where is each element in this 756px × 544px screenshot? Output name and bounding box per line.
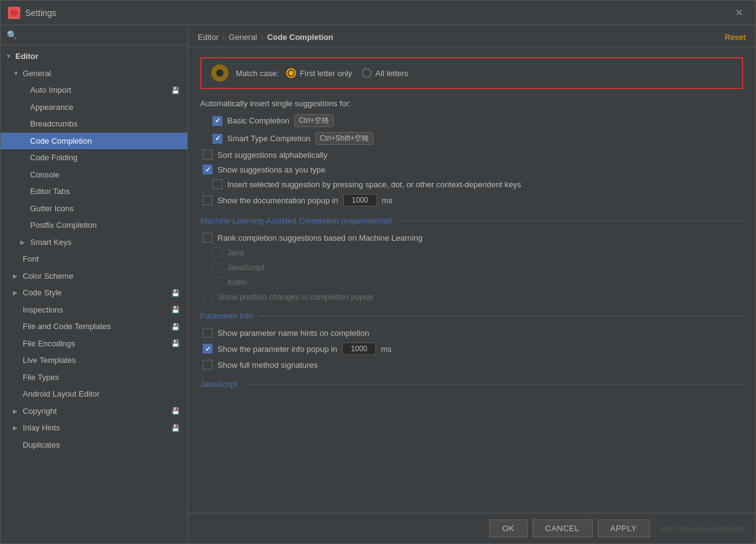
main-content: 🔍 ▼ Editor ▼ General Auto Import 💾 <box>1 25 755 543</box>
param-full-sig-checkbox[interactable] <box>203 360 212 370</box>
save-icon: 💾 <box>171 338 180 349</box>
sidebar-item-smart-keys[interactable]: ▶ Smart Keys <box>1 234 187 251</box>
ml-section-divider: Machine Learning-Assisted Completion (ex… <box>200 216 743 225</box>
param-popup-checkbox[interactable] <box>203 344 212 354</box>
toggle-inner <box>216 69 224 77</box>
radio-first-letter[interactable]: First letter only <box>286 68 352 78</box>
sidebar-item-console[interactable]: Console <box>1 166 187 184</box>
sidebar-item-color-scheme[interactable]: ▶ Color Scheme <box>1 268 187 285</box>
ok-button[interactable]: OK <box>489 519 528 537</box>
doc-popup-value-input[interactable] <box>343 194 377 206</box>
sidebar-item-font[interactable]: Font <box>1 251 187 268</box>
smart-type-checkbox[interactable] <box>212 134 222 144</box>
sidebar-item-duplicates[interactable]: Duplicates <box>1 437 187 454</box>
breadcrumb-sep2: › <box>261 33 263 42</box>
sidebar-item-appearance[interactable]: Appearance <box>1 99 187 116</box>
sidebar-item-editor-tabs[interactable]: Editor Tabs <box>1 183 187 200</box>
ml-java-checkbox[interactable] <box>212 247 222 257</box>
arrow-icon: ▶ <box>13 423 20 432</box>
sidebar-item-label: Editor Tabs <box>30 185 70 198</box>
js-section-divider: JavaScript <box>200 379 743 389</box>
ml-rank-checkbox[interactable] <box>203 233 212 243</box>
breadcrumb-sep1: › <box>222 33 225 42</box>
sidebar-item-label: Code Folding <box>30 152 77 164</box>
show-doc-popup-label: Show the documentation popup in <box>217 196 338 205</box>
sidebar-item-file-types[interactable]: File Types <box>1 369 187 386</box>
save-icon: 💾 <box>171 85 180 96</box>
ml-kotlin-checkbox[interactable] <box>212 277 222 287</box>
ml-position-row: Show position changes in completion popu… <box>200 292 743 301</box>
ml-java-row: Java <box>200 247 743 257</box>
sidebar-item-postfix-completion[interactable]: Postfix Completion <box>1 217 187 234</box>
radio-all-label: All letters <box>375 69 408 78</box>
sidebar-item-label: Live Templates <box>23 354 76 367</box>
ml-kotlin-label: Kotlin <box>227 278 247 287</box>
ml-section-label: Machine Learning-Assisted Completion (ex… <box>200 216 743 225</box>
sidebar-item-code-folding[interactable]: Code Folding <box>1 149 187 166</box>
param-full-sig-row: Show full method signatures <box>200 360 743 370</box>
doc-popup-unit: ms <box>382 196 392 205</box>
arrow-icon: ▼ <box>13 69 20 78</box>
sidebar-item-inspections[interactable]: Inspections 💾 <box>1 301 187 319</box>
breadcrumb-general: General <box>228 33 257 42</box>
basic-completion-checkbox[interactable] <box>212 116 222 126</box>
svg-rect-0 <box>10 12 18 14</box>
param-name-hints-checkbox[interactable] <box>203 328 212 338</box>
show-suggestions-checkbox[interactable] <box>203 165 212 174</box>
sort-alpha-label: Sort suggestions alphabetically <box>217 150 327 160</box>
sidebar-item-code-style[interactable]: ▶ Code Style 💾 <box>1 284 187 301</box>
sidebar-item-label: File Encodings <box>23 338 75 350</box>
window-title: Settings <box>25 8 57 18</box>
insert-space-label: Insert selected suggestion by pressing s… <box>227 180 521 189</box>
sidebar-item-label: Color Scheme <box>23 270 73 282</box>
arrow-icon: ▶ <box>13 288 20 297</box>
param-name-hints-row: Show parameter name hints on completion <box>200 328 743 338</box>
reset-button[interactable]: Reset <box>725 33 746 42</box>
ml-position-label: Show position changes in completion popu… <box>217 292 373 301</box>
match-case-section: Match case: First letter only All letter… <box>200 57 743 89</box>
basic-completion-shortcut: Ctrl+空格 <box>294 114 333 127</box>
ml-position-checkbox[interactable] <box>203 292 212 301</box>
radio-first-circle <box>286 68 296 78</box>
sidebar-item-live-templates[interactable]: Live Templates <box>1 352 187 369</box>
match-case-toggle[interactable] <box>211 64 228 82</box>
smart-type-row: Smart Type Completion Ctrl+Shift+空格 <box>200 132 743 145</box>
ml-kotlin-row: Kotlin <box>200 277 743 287</box>
cancel-button[interactable]: CANCEL <box>532 519 593 537</box>
sidebar: 🔍 ▼ Editor ▼ General Auto Import 💾 <box>1 25 188 543</box>
content-header: Editor › General › Code Completion Reset <box>188 25 755 47</box>
sidebar-item-file-encodings[interactable]: File Encodings 💾 <box>1 335 187 352</box>
sort-alpha-checkbox[interactable] <box>203 150 212 160</box>
sidebar-item-android-layout[interactable]: Android Layout Editor <box>1 386 187 403</box>
radio-group-match: First letter only All letters <box>286 68 408 78</box>
sidebar-item-code-completion[interactable]: Code Completion <box>1 133 187 150</box>
sidebar-tree: ▼ Editor ▼ General Auto Import 💾 Appeara… <box>1 45 187 543</box>
sidebar-item-label: Inlay Hints <box>23 422 60 434</box>
save-icon: 💾 <box>171 423 180 433</box>
radio-all-letters[interactable]: All letters <box>362 68 408 78</box>
sidebar-item-general[interactable]: ▼ General <box>1 65 187 82</box>
sidebar-item-label: Copyright <box>23 405 57 418</box>
sidebar-item-breadcrumbs[interactable]: Breadcrumbs <box>1 115 187 133</box>
close-button[interactable]: ✕ <box>730 4 748 21</box>
sidebar-item-inlay-hints[interactable]: ▶ Inlay Hints 💾 <box>1 419 187 437</box>
param-section-divider: Parameter Info <box>200 311 743 321</box>
ml-js-checkbox[interactable] <box>212 262 222 272</box>
sidebar-item-label: File and Code Templates <box>23 321 111 333</box>
sidebar-item-label: Postfix Completion <box>30 219 96 231</box>
insert-space-checkbox[interactable] <box>212 179 222 189</box>
sidebar-item-label: Inspections <box>23 304 63 316</box>
apply-button[interactable]: APPLY <box>598 519 650 537</box>
sidebar-item-file-code-templates[interactable]: File and Code Templates 💾 <box>1 318 187 335</box>
sidebar-item-editor[interactable]: ▼ Editor <box>1 48 187 65</box>
sidebar-item-copyright[interactable]: ▶ Copyright 💾 <box>1 403 187 420</box>
sidebar-item-auto-import[interactable]: Auto Import 💾 <box>1 82 187 99</box>
sidebar-item-gutter-icons[interactable]: Gutter Icons <box>1 200 187 217</box>
sidebar-item-label: Auto Import <box>30 84 71 96</box>
param-popup-row: Show the parameter info popup in ms <box>200 343 743 355</box>
sidebar-item-label: General <box>23 68 51 80</box>
titlebar: Settings ✕ <box>1 1 755 25</box>
insert-space-row: Insert selected suggestion by pressing s… <box>200 179 743 189</box>
show-doc-popup-checkbox[interactable] <box>203 195 212 205</box>
param-popup-value-input[interactable] <box>342 343 376 355</box>
